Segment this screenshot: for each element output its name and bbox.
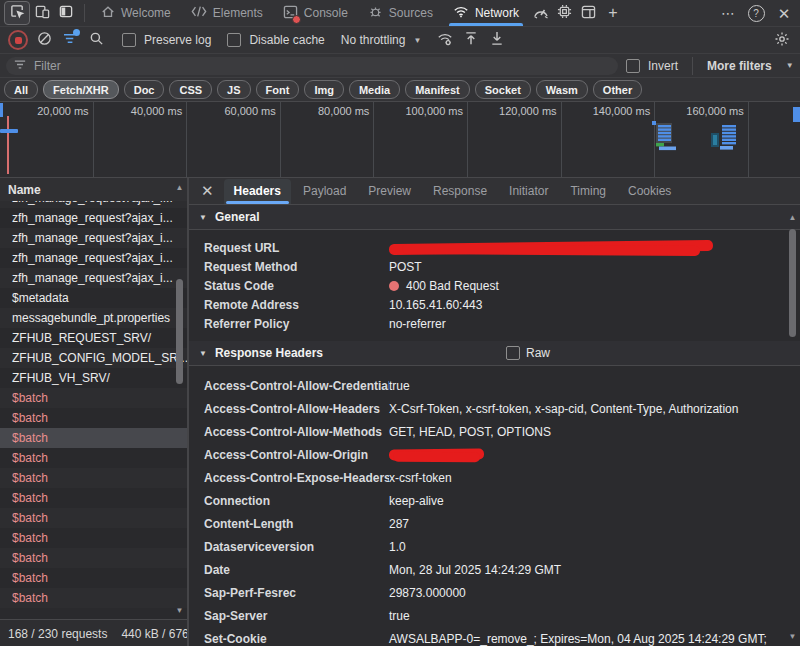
add-panel-button[interactable]: + (601, 2, 625, 24)
request-row[interactable]: $metadata (0, 288, 187, 308)
overview-left-handle[interactable] (0, 103, 3, 117)
waterfall-bar (0, 129, 18, 133)
response-headers-section-header[interactable]: ▼ Response Headers Raw (189, 341, 800, 366)
scroll-up-icon[interactable]: ▲ (788, 213, 797, 222)
memory-panel-button[interactable] (553, 2, 577, 24)
type-chip[interactable]: CSS (169, 80, 212, 99)
request-row[interactable]: $batch (0, 468, 187, 488)
header-row: Request Method POST (189, 257, 800, 276)
more-filters-button[interactable]: More filters (707, 59, 772, 73)
request-row[interactable]: $batch (0, 428, 187, 448)
details-tab[interactable]: Headers (224, 179, 291, 204)
header-name: Referrer Policy (204, 317, 389, 331)
overview-right-handle[interactable] (793, 107, 800, 122)
type-chip[interactable]: Other (593, 80, 642, 99)
header-value: POST (389, 260, 422, 274)
request-row[interactable]: $batch (0, 508, 187, 528)
header-value: 287 (389, 517, 409, 531)
header-name: Access-Control-Allow-Headers (204, 402, 389, 416)
tab-elements[interactable]: Elements (181, 0, 273, 26)
type-chip[interactable]: JS (217, 80, 250, 99)
request-row[interactable]: ZFHUB_CONFIG_MODEL_SR... (0, 348, 187, 368)
header-name: Access-Control-Allow-Methods (204, 425, 389, 439)
performance-panel-button[interactable] (529, 2, 553, 24)
tab-console[interactable]: Console (273, 0, 358, 26)
record-network-log-button[interactable] (6, 29, 30, 51)
search-button[interactable] (84, 29, 108, 51)
close-details-button[interactable]: ✕ (195, 182, 222, 200)
scrollbar-thumb[interactable] (176, 279, 183, 384)
type-chip[interactable]: All (4, 80, 38, 99)
export-har-button[interactable] (485, 29, 509, 51)
throttling-select[interactable]: No throttling (341, 33, 406, 47)
request-row[interactable]: zfh_manage_request?ajax_i... (0, 201, 187, 208)
close-devtools-button[interactable]: ✕ (772, 2, 796, 24)
request-row[interactable]: ZFHUB_VH_SRV/ (0, 368, 187, 388)
request-row[interactable]: $batch (0, 448, 187, 468)
network-settings-button[interactable] (770, 29, 794, 51)
details-tab[interactable]: Cookies (618, 179, 681, 204)
filter-input-wrap[interactable] (6, 57, 618, 75)
request-row[interactable]: zfh_manage_request?ajax_i... (0, 268, 187, 288)
tab-network[interactable]: Network (443, 0, 529, 26)
invert-checkbox[interactable] (626, 59, 640, 73)
type-chip[interactable]: Doc (124, 80, 165, 99)
application-panel-button[interactable] (577, 2, 601, 24)
raw-headers-checkbox[interactable] (506, 346, 520, 360)
request-list-status-bar: 168 / 230 requests 440 kB / 676 kB (0, 619, 187, 646)
tab-welcome[interactable]: Welcome (91, 0, 181, 26)
request-row[interactable]: $batch (0, 408, 187, 428)
details-scrollbar[interactable]: ▲ ▼ (788, 207, 798, 645)
general-section-header[interactable]: ▼ General (189, 205, 800, 230)
request-row[interactable]: $batch (0, 548, 187, 568)
network-overview[interactable]: 20,000 ms40,000 ms60,000 ms80,000 ms100,… (0, 102, 800, 178)
type-chip[interactable]: Socket (475, 80, 531, 99)
more-options-button[interactable]: ⋯ (716, 2, 740, 24)
details-tab[interactable]: Payload (293, 179, 356, 204)
device-emulation-button[interactable] (30, 2, 54, 24)
focus-mode-button[interactable] (54, 2, 78, 24)
request-row[interactable]: zfh_manage_request?ajax_i... (0, 228, 187, 248)
name-column-header[interactable]: Name (0, 178, 187, 202)
request-row[interactable]: $batch (0, 388, 187, 408)
tick-label: 80,000 ms (281, 102, 375, 177)
request-row[interactable]: $batch (0, 528, 187, 548)
tab-sources[interactable]: Sources (358, 0, 443, 26)
filter-toggle-button[interactable] (58, 29, 82, 51)
scroll-down-icon[interactable]: ▼ (175, 606, 184, 615)
request-list: zfh_manage_request?ajax_i... zfh_manage_… (0, 201, 187, 619)
request-row[interactable]: zfh_manage_request?ajax_i... (0, 248, 187, 268)
chevron-down-icon: ▼ (413, 36, 421, 45)
request-row[interactable]: messagebundle_pt.properties (0, 308, 187, 328)
type-chip[interactable]: Manifest (405, 80, 470, 99)
type-chip[interactable]: Media (349, 80, 400, 99)
scroll-up-icon[interactable]: ▲ (175, 183, 184, 192)
request-list-scrollbar[interactable]: ▲ ▼ (175, 183, 184, 615)
network-conditions-button[interactable] (433, 29, 457, 51)
scrollbar-thumb[interactable] (789, 229, 796, 337)
clear-network-log-button[interactable] (32, 29, 56, 51)
help-button[interactable]: ? (744, 2, 768, 24)
filter-input[interactable] (32, 58, 610, 74)
inspect-element-button[interactable] (4, 1, 30, 25)
tick-label: 140,000 ms (562, 102, 656, 177)
details-tab[interactable]: Response (423, 179, 497, 204)
section-expand-icon: ▼ (199, 213, 207, 222)
preserve-log-checkbox[interactable] (122, 33, 136, 47)
details-tab[interactable]: Initiator (499, 179, 558, 204)
details-tab[interactable]: Timing (560, 179, 616, 204)
type-chip[interactable]: Font (256, 80, 300, 99)
request-row[interactable]: $batch (0, 588, 187, 608)
type-chip[interactable]: Img (304, 80, 344, 99)
request-row[interactable]: $batch (0, 488, 187, 508)
disable-cache-checkbox[interactable] (227, 33, 241, 47)
scroll-down-icon[interactable]: ▼ (788, 632, 797, 641)
type-chip[interactable]: Fetch/XHR (43, 80, 119, 99)
request-row[interactable]: zfh_manage_request?ajax_i... (0, 208, 187, 228)
details-tab[interactable]: Preview (358, 179, 421, 204)
request-row[interactable]: $batch (0, 568, 187, 588)
request-row[interactable]: ZFHUB_REQUEST_SRV/ (0, 328, 187, 348)
import-har-button[interactable] (459, 29, 483, 51)
type-chip[interactable]: Wasm (536, 80, 588, 99)
devtools-tab-bar: Welcome Elements Console Sources (0, 0, 800, 27)
